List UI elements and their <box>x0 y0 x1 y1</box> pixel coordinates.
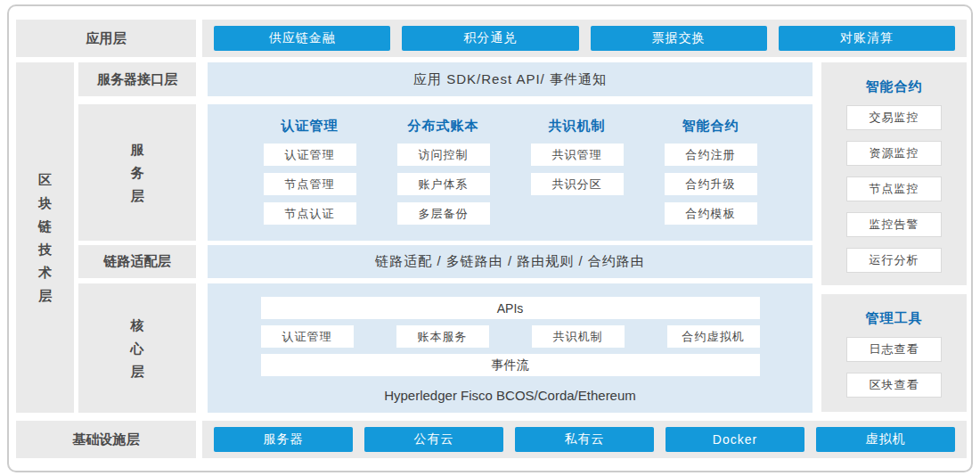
sidebar-item-node-monitor: 节点监控 <box>846 176 942 201</box>
infra-chip-docker: Docker <box>666 427 804 452</box>
core-layer-panel: APIs 认证管理 账本服务 共识机制 合约虚拟机 事件流 Hyperledge… <box>208 283 813 413</box>
service-item: 访问控制 <box>397 144 490 166</box>
service-item: 节点认证 <box>264 202 356 225</box>
infra-chip-virtual-machine: 虚拟机 <box>816 427 955 452</box>
core-layer-label-text: 核心层 <box>129 314 145 383</box>
link-layer-label-text: 链路适配层 <box>104 253 171 270</box>
service-column-title: 认证管理 <box>282 117 339 135</box>
service-layer-panel: 认证管理 认证管理 节点管理 节点认证 分布式账本 访问控制 账户体系 多层备份… <box>208 104 813 241</box>
application-layer-label: 应用层 <box>16 20 196 57</box>
app-chip-points-exchange: 积分通兑 <box>402 26 578 51</box>
core-module: 共识机制 <box>532 325 625 348</box>
application-layer-label-text: 应用层 <box>86 30 127 47</box>
service-item: 合约升级 <box>665 173 757 195</box>
service-column-title: 共识机制 <box>549 117 606 135</box>
blockchain-tech-layer-strip: 区块链技术层 <box>16 62 74 413</box>
app-chip-supply-chain-finance: 供应链金融 <box>214 26 390 51</box>
service-layer-label-text: 服务层 <box>129 138 145 208</box>
core-module: 合约虚拟机 <box>667 325 760 348</box>
infra-chip-public-cloud: 公有云 <box>364 427 503 452</box>
service-column-title: 分布式账本 <box>408 117 479 135</box>
service-column-title: 智能合约 <box>682 117 739 135</box>
infrastructure-layer-band: 服务器 公有云 私有云 Docker 虚拟机 <box>202 421 967 458</box>
core-layer-label: 核心层 <box>78 283 196 413</box>
core-module: 认证管理 <box>261 325 354 348</box>
event-stream-bar: 事件流 <box>261 354 760 376</box>
infrastructure-layer-label: 基础设施层 <box>16 421 196 458</box>
application-layer-band: 供应链金融 积分通兑 票据交换 对账清算 <box>202 20 967 57</box>
link-layer-panel: 链路适配 / 多链路由 / 路由规则 / 合约路由 <box>208 245 813 278</box>
infrastructure-layer-label-text: 基础设施层 <box>73 431 140 448</box>
service-item: 账户体系 <box>397 173 490 195</box>
infra-chip-server: 服务器 <box>214 427 353 452</box>
service-item: 合约注册 <box>665 144 757 166</box>
app-chip-bill-exchange: 票据交换 <box>591 26 767 51</box>
core-modules-row: 认证管理 账本服务 共识机制 合约虚拟机 <box>261 325 760 348</box>
platforms-text: Hyperledger Fisco BCOS/Corda/Ethereum <box>208 388 813 403</box>
sidebar-panel-title: 智能合约 <box>866 78 923 94</box>
service-item: 认证管理 <box>264 144 356 166</box>
sidebar-panel-smart-contract: 智能合约 交易监控 资源监控 节点监控 监控告警 运行分析 <box>821 62 967 285</box>
interface-layer-panel: 应用 SDK/Rest API/ 事件通知 <box>208 62 813 96</box>
link-layer-label: 链路适配层 <box>78 245 196 278</box>
sidebar-item-transaction-monitor: 交易监控 <box>846 105 942 130</box>
service-item: 共识分区 <box>531 173 624 195</box>
service-item: 节点管理 <box>264 173 356 195</box>
infra-chip-private-cloud: 私有云 <box>515 427 654 452</box>
core-module: 账本服务 <box>396 325 489 348</box>
service-item: 合约模板 <box>665 202 757 225</box>
service-column-distributed-ledger: 分布式账本 访问控制 账户体系 多层备份 <box>397 117 490 241</box>
interface-layer-label-text: 服务器接口层 <box>97 71 177 88</box>
sidebar-item-operation-analysis: 运行分析 <box>846 248 942 273</box>
interface-layer-label: 服务器接口层 <box>78 62 196 96</box>
service-item: 共识管理 <box>531 144 624 166</box>
sidebar-item-log-view: 日志查看 <box>846 337 942 362</box>
apis-bar: APIs <box>261 297 760 319</box>
sidebar-panel-management-tools: 管理工具 日志查看 区块查看 <box>821 294 967 412</box>
sidebar-item-monitor-alert: 监控告警 <box>846 212 942 237</box>
sidebar-item-block-view: 区块查看 <box>846 373 942 398</box>
interface-layer-content: 应用 SDK/Rest API/ 事件通知 <box>413 71 607 88</box>
service-layer-label: 服务层 <box>78 104 196 241</box>
service-column-smart-contract: 智能合约 合约注册 合约升级 合约模板 <box>665 117 757 241</box>
service-column-consensus-mechanism: 共识机制 共识管理 共识分区 <box>531 117 624 241</box>
app-chip-reconciliation-clearing: 对账清算 <box>779 26 955 51</box>
blockchain-tech-layer-label: 区块链技术层 <box>37 168 53 308</box>
service-item: 多层备份 <box>397 202 490 225</box>
link-layer-content: 链路适配 / 多链路由 / 路由规则 / 合约路由 <box>375 253 645 270</box>
sidebar-item-resource-monitor: 资源监控 <box>846 141 942 166</box>
service-column-auth-management: 认证管理 认证管理 节点管理 节点认证 <box>264 117 356 241</box>
sidebar-panel-title: 管理工具 <box>866 309 923 326</box>
